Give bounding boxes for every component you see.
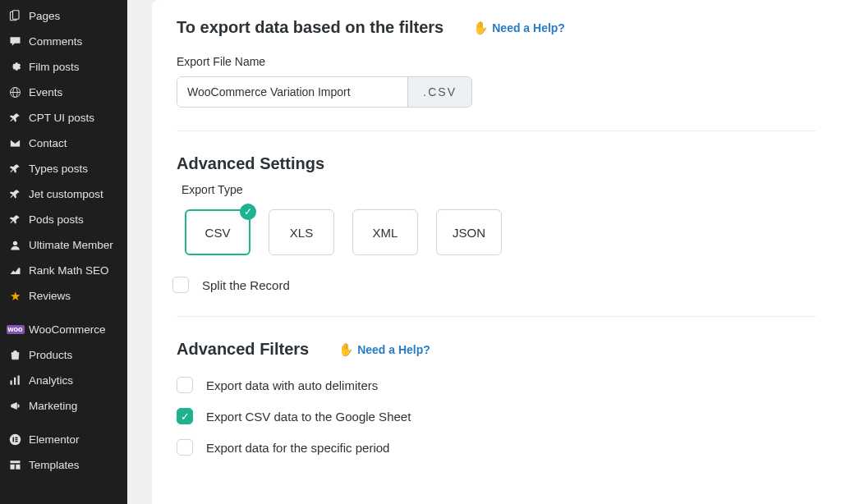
pin-icon (8, 213, 22, 227)
sidebar-item-label: Comments (29, 35, 82, 48)
sidebar-item-label: WooCommerce (29, 323, 106, 336)
woocommerce-icon: woo (8, 323, 22, 337)
advanced-filters-title: Advanced Filters (177, 340, 309, 359)
star-icon: ★ (8, 289, 22, 303)
hand-icon: ✋ (338, 342, 354, 357)
filter-google-sheet-checkbox[interactable]: ✓ (177, 408, 193, 424)
svg-rect-8 (18, 376, 20, 385)
sidebar-item-label: Film posts (29, 61, 80, 73)
svg-rect-14 (11, 460, 21, 463)
filename-input[interactable] (177, 77, 407, 107)
split-record-row: Split the Record (172, 277, 816, 293)
sidebar-item-label: Analytics (29, 374, 73, 387)
filename-group: .CSV (177, 76, 472, 108)
filter-auto-delimiters-row: Export data with auto delimiters (177, 377, 816, 393)
svg-rect-15 (11, 465, 15, 470)
svg-rect-6 (11, 381, 12, 385)
templates-icon (8, 458, 22, 472)
sidebar-item-label: Types posts (29, 163, 88, 175)
divider (177, 316, 816, 317)
sidebar-item-jet-custompost[interactable]: Jet custompost (0, 181, 127, 207)
export-type-csv[interactable]: CSV ✓ (185, 209, 250, 255)
sidebar-item-label: Marketing (29, 400, 77, 412)
sidebar-item-label: Products (29, 349, 72, 361)
sidebar-item-elementor[interactable]: Elementor (0, 427, 127, 452)
main-content: To export data based on the filters ✋ Ne… (152, 0, 841, 504)
export-type-label: Export Type (182, 183, 816, 196)
pages-icon (8, 9, 22, 23)
sidebar-item-film-posts[interactable]: Film posts (0, 54, 127, 80)
chart-up-icon (8, 263, 22, 277)
type-label: XLS (290, 226, 313, 240)
help-link-filters[interactable]: ✋ Need a Help? (338, 342, 430, 357)
globe-icon (8, 85, 22, 99)
filename-field-label: Export File Name (177, 55, 816, 68)
filter-label: Export data with auto delimiters (206, 378, 378, 392)
sidebar-item-rank-math[interactable]: Rank Math SEO (0, 258, 127, 283)
hand-icon: ✋ (473, 21, 489, 35)
sidebar-item-products[interactable]: Products (0, 342, 127, 368)
export-type-row: CSV ✓ XLS XML JSON (185, 209, 816, 255)
split-record-checkbox[interactable] (172, 277, 189, 293)
sidebar-item-label: Jet custompost (29, 188, 103, 200)
help-link[interactable]: ✋ Need a Help? (473, 21, 565, 35)
pin-icon (8, 187, 22, 201)
sidebar-item-ultimate-member[interactable]: Ultimate Member (0, 232, 127, 258)
sidebar-item-label: Pages (29, 10, 60, 22)
sidebar-item-pods-posts[interactable]: Pods posts (0, 207, 127, 232)
svg-rect-10 (13, 438, 15, 442)
user-icon (8, 238, 22, 252)
sidebar-item-label: Templates (29, 459, 80, 471)
sidebar-item-comments[interactable]: Comments (0, 29, 127, 54)
svg-rect-7 (14, 378, 16, 385)
export-type-json[interactable]: JSON (436, 209, 502, 255)
sidebar-item-label: Ultimate Member (29, 239, 113, 251)
sidebar-item-analytics[interactable]: Analytics (0, 368, 127, 393)
sidebar-item-reviews[interactable]: ★ Reviews (0, 283, 127, 309)
sidebar-item-templates[interactable]: Templates (0, 452, 127, 478)
sidebar-item-label: Elementor (29, 433, 80, 446)
help-label: Need a Help? (492, 21, 565, 34)
type-label: JSON (453, 226, 485, 240)
bars-icon (8, 373, 22, 387)
sidebar-item-types-posts[interactable]: Types posts (0, 156, 127, 181)
svg-point-5 (13, 241, 17, 245)
export-type-xml[interactable]: XML (352, 209, 418, 255)
sidebar-item-events[interactable]: Events (0, 80, 127, 105)
svg-rect-11 (16, 438, 18, 439)
sidebar-item-label: Events (29, 86, 62, 99)
mail-icon (8, 136, 22, 150)
filter-label: Export CSV data to the Google Sheet (206, 410, 411, 424)
filter-auto-delimiters-checkbox[interactable] (177, 377, 193, 393)
check-icon: ✓ (240, 204, 256, 220)
divider (177, 131, 816, 131)
type-label: CSV (205, 226, 231, 240)
export-type-xls[interactable]: XLS (269, 209, 334, 255)
sidebar-item-cpt-ui[interactable]: CPT UI posts (0, 105, 127, 131)
filename-extension: .CSV (407, 77, 471, 107)
sidebar-item-label: Contact (29, 137, 67, 149)
svg-rect-12 (16, 439, 18, 441)
sidebar-item-label: Reviews (29, 290, 71, 302)
page-title: To export data based on the filters (177, 18, 443, 37)
admin-sidebar: Pages Comments Film posts Events CPT UI … (0, 0, 127, 504)
filter-specific-period-checkbox[interactable] (177, 439, 193, 456)
pin-icon (8, 162, 22, 176)
sidebar-item-contact[interactable]: Contact (0, 131, 127, 156)
sidebar-item-marketing[interactable]: Marketing (0, 393, 127, 419)
pin-icon (8, 111, 22, 125)
filter-label: Export data for the specific period (206, 441, 389, 455)
bag-icon (8, 348, 22, 362)
sidebar-item-label: CPT UI posts (29, 112, 94, 124)
type-label: XML (373, 226, 398, 240)
filter-specific-period-row: Export data for the specific period (177, 439, 816, 456)
sidebar-item-woocommerce[interactable]: woo WooCommerce (0, 317, 127, 342)
comment-icon (8, 34, 22, 48)
help-label: Need a Help? (357, 343, 430, 356)
megaphone-icon (8, 399, 22, 413)
sidebar-item-label: Rank Math SEO (29, 264, 109, 277)
sidebar-item-pages[interactable]: Pages (0, 3, 127, 29)
gear-icon (8, 60, 22, 74)
split-record-label: Split the Record (202, 278, 290, 292)
elementor-icon (8, 433, 22, 447)
